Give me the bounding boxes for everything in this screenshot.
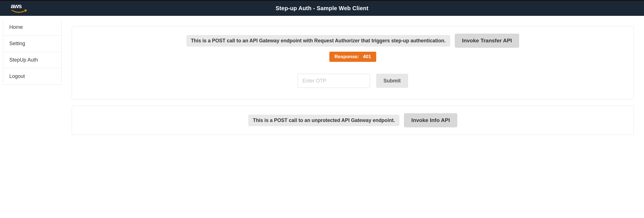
transfer-top-row: This is a POST call to an API Gateway en… (80, 34, 625, 48)
sidebar-item-label: Logout (9, 73, 25, 79)
sidebar-item-label: Home (9, 24, 23, 30)
response-badge: Response: 401 (329, 52, 376, 62)
sidebar-item-logout[interactable]: Logout (3, 68, 61, 84)
otp-input[interactable] (298, 74, 370, 88)
transfer-description: This is a POST call to an API Gateway en… (186, 35, 450, 47)
sidebar-item-stepup-auth[interactable]: StepUp Auth (3, 52, 61, 68)
submit-button[interactable]: Submit (376, 74, 408, 88)
main-content: This is a POST call to an API Gateway en… (62, 16, 644, 148)
otp-row: Submit (80, 74, 625, 88)
svg-text:aws: aws (11, 3, 22, 10)
invoke-info-api-button[interactable]: Invoke Info API (404, 113, 457, 127)
app-header: aws Step-up Auth - Sample Web Client (0, 0, 644, 16)
info-top-row: This is a POST call to an unprotected AP… (80, 113, 625, 127)
sidebar-item-label: StepUp Auth (9, 57, 38, 63)
page-title: Step-up Auth - Sample Web Client (276, 5, 369, 12)
sidebar-item-label: Setting (9, 41, 25, 46)
sidebar-item-setting[interactable]: Setting (3, 36, 61, 52)
transfer-api-card: This is a POST call to an API Gateway en… (72, 26, 634, 99)
response-code: 401 (363, 54, 371, 60)
sidebar: Home Setting StepUp Auth Logout (3, 19, 62, 85)
main-layout: Home Setting StepUp Auth Logout This is … (0, 16, 644, 148)
response-label: Response: (334, 54, 359, 60)
aws-logo: aws (11, 3, 28, 13)
sidebar-item-home[interactable]: Home (3, 19, 61, 36)
response-row: Response: 401 (80, 49, 625, 62)
info-description: This is a POST call to an unprotected AP… (248, 115, 399, 126)
aws-logo-icon: aws (11, 3, 28, 13)
info-api-card: This is a POST call to an unprotected AP… (72, 106, 634, 135)
invoke-transfer-api-button[interactable]: Invoke Transfer API (455, 34, 519, 48)
